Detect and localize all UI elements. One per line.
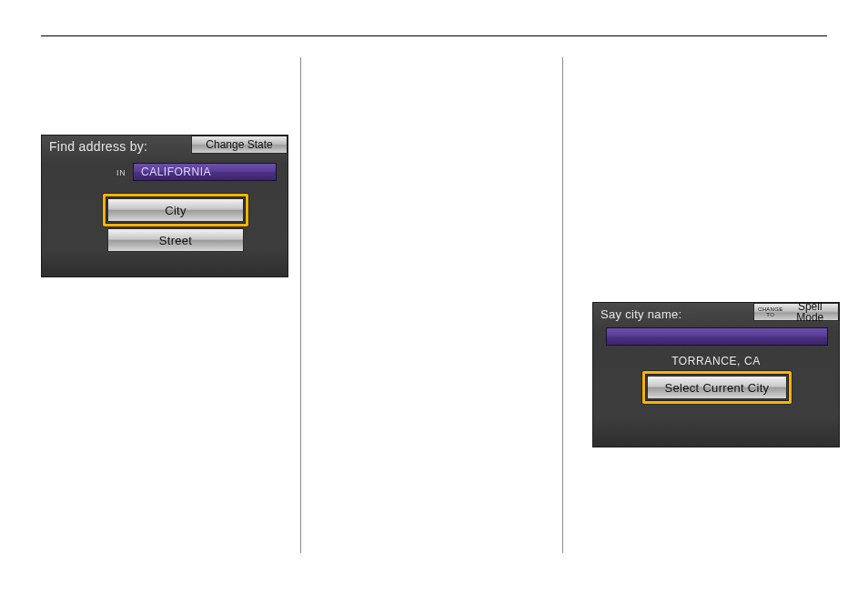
state-field[interactable]: CALIFORNIA: [133, 163, 277, 181]
street-button[interactable]: Street: [107, 228, 244, 252]
column-separator: [562, 57, 563, 553]
nav-screen-say-city: Say city name: CHANGE TO Spell Mode TORR…: [592, 302, 840, 447]
city-button[interactable]: City: [107, 198, 244, 222]
in-label: IN: [116, 168, 126, 177]
page-rule: [41, 35, 827, 36]
select-current-city-button[interactable]: Select Current City: [647, 376, 787, 399]
change-to-label: CHANGE TO: [758, 307, 782, 317]
current-city-label: TORRANCE, CA: [593, 355, 839, 367]
spell-mode-button[interactable]: CHANGE TO Spell Mode: [753, 303, 839, 321]
spell-mode-label: Spell Mode: [785, 301, 834, 323]
nav-screen-find-address: Find address by: Change State IN CALIFOR…: [41, 135, 288, 277]
change-state-button[interactable]: Change State: [191, 136, 288, 154]
prompt-label: Find address by:: [49, 139, 147, 154]
city-input-field[interactable]: [606, 327, 828, 346]
prompt-label: Say city name:: [601, 307, 681, 321]
column-separator: [300, 57, 301, 553]
